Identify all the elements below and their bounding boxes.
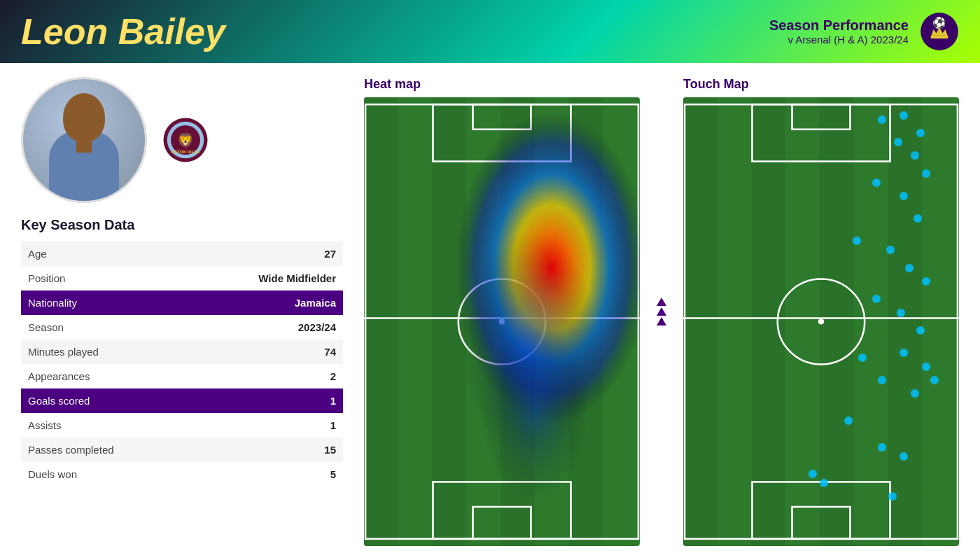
touch-dot xyxy=(911,151,919,160)
stat-label: Position xyxy=(21,266,189,290)
svg-rect-23 xyxy=(364,97,640,546)
touch-dot xyxy=(808,470,817,478)
stats-row: Season 2023/24 xyxy=(21,315,343,340)
stat-value: Wide Midfielder xyxy=(189,266,343,290)
season-performance-label: Season Performance xyxy=(769,18,909,34)
touch-dot xyxy=(899,349,908,357)
stat-value: 2 xyxy=(189,364,343,388)
touch-dot xyxy=(899,452,908,461)
stats-row: Minutes played 74 xyxy=(21,340,343,364)
touch-dot xyxy=(853,237,861,245)
stat-label: Minutes played xyxy=(21,340,189,364)
player-photo-area: 🦁 ASTON VILLA xyxy=(21,77,343,203)
svg-rect-2 xyxy=(931,36,948,38)
stats-row: Position Wide Midfielder xyxy=(21,266,343,290)
touch-dot xyxy=(894,138,902,146)
stats-row: Age 27 xyxy=(21,241,343,266)
stats-row: Goals scored 1 xyxy=(21,388,343,413)
stat-label: Appearances xyxy=(21,364,189,388)
stat-label: Nationality xyxy=(21,290,189,315)
touch-dot xyxy=(916,129,925,137)
stats-table: Age 27 Position Wide Midfielder National… xyxy=(21,241,343,486)
touch-dot xyxy=(888,492,897,500)
arrow-legend xyxy=(654,77,669,546)
stats-row: Nationality Jamaica xyxy=(21,290,343,315)
touch-dot xyxy=(886,246,895,254)
heatmap-container: Heat map xyxy=(364,77,640,546)
header-right: Season Performance v Arsenal (H & A) 202… xyxy=(769,12,959,51)
stat-label: Season xyxy=(21,315,189,340)
stats-row: Duels won 5 xyxy=(21,462,343,486)
touch-dot xyxy=(897,309,905,317)
touch-dot xyxy=(858,354,867,362)
heatmap-pitch-svg xyxy=(364,97,640,546)
touch-dot xyxy=(820,479,828,487)
maps-area: Heat map xyxy=(364,77,959,546)
touchmap-container: Touch Map xyxy=(683,77,959,546)
touch-dot xyxy=(930,376,939,384)
svg-text:🦁: 🦁 xyxy=(177,132,195,148)
season-info: Season Performance v Arsenal (H & A) 202… xyxy=(769,18,909,46)
key-data-title: Key Season Data xyxy=(21,217,343,233)
touch-dot xyxy=(916,326,925,335)
stat-label: Age xyxy=(21,241,189,266)
stat-value: 27 xyxy=(189,241,343,266)
heatmap-title: Heat map xyxy=(364,77,640,92)
stat-value: 74 xyxy=(189,340,343,364)
stats-row: Assists 1 xyxy=(21,413,343,438)
stat-label: Goals scored xyxy=(21,388,189,413)
premier-league-logo: ⚽ xyxy=(920,12,959,51)
touch-dot xyxy=(878,115,886,124)
touch-dot xyxy=(899,192,908,200)
arrow-icon-1 xyxy=(657,298,666,306)
heatmap-pitch xyxy=(364,97,640,546)
touch-dot xyxy=(911,389,919,398)
touch-dot xyxy=(872,295,881,303)
touch-dot xyxy=(844,416,853,425)
match-label: v Arsenal (H & A) 2023/24 xyxy=(769,34,909,46)
stat-value: 1 xyxy=(189,388,343,413)
stat-label: Duels won xyxy=(21,462,189,486)
svg-text:ASTON VILLA: ASTON VILLA xyxy=(172,149,200,154)
arrow-icon-2 xyxy=(657,307,666,316)
touch-dot xyxy=(922,363,930,371)
stat-value: 2023/24 xyxy=(189,315,343,340)
stat-value: 5 xyxy=(189,462,343,486)
touchmap-title: Touch Map xyxy=(683,77,959,92)
stat-label: Passes completed xyxy=(21,438,189,462)
touch-dot xyxy=(878,376,886,384)
touch-dot xyxy=(899,111,908,120)
arrow-icon-3 xyxy=(657,317,666,326)
touch-dot xyxy=(872,178,881,187)
touch-dot xyxy=(922,169,930,178)
stats-row: Passes completed 15 xyxy=(21,438,343,462)
stat-value: 1 xyxy=(189,413,343,438)
left-panel: 🦁 ASTON VILLA Key Season Data Age 27 Pos… xyxy=(21,77,343,546)
touch-dot xyxy=(878,443,886,451)
club-logo: 🦁 ASTON VILLA xyxy=(161,115,210,164)
page-header: Leon Bailey Season Performance v Arsenal… xyxy=(0,0,980,63)
stat-value: Jamaica xyxy=(189,290,343,315)
stat-value: 15 xyxy=(189,438,343,462)
stats-row: Appearances 2 xyxy=(21,364,343,388)
touch-dot xyxy=(913,214,922,223)
touch-dot xyxy=(922,277,930,286)
touchmap-pitch xyxy=(683,97,959,546)
touch-dot xyxy=(905,264,913,272)
main-content: 🦁 ASTON VILLA Key Season Data Age 27 Pos… xyxy=(0,63,980,560)
player-name: Leon Bailey xyxy=(21,10,225,52)
player-photo xyxy=(21,77,147,203)
stat-label: Assists xyxy=(21,413,189,438)
